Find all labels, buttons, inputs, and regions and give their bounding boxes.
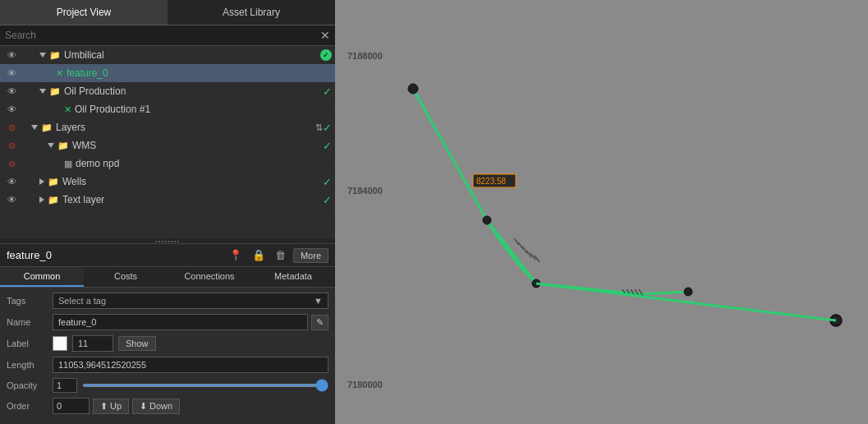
label-value: Show: [53, 335, 328, 352]
prop-tab-connections[interactable]: Connections: [168, 267, 251, 287]
check-icon: ✓: [320, 49, 332, 61]
label-input[interactable]: [72, 335, 113, 352]
color-picker[interactable]: [53, 336, 67, 351]
tree-area: 👁 📁 Umbilical ✓ 👁 ✕ feature_0 👁: [0, 46, 335, 238]
tree-item-wells[interactable]: 👁 📁 Wells ✓: [0, 173, 335, 191]
tags-select[interactable]: Select a tag ▼: [53, 293, 328, 309]
delete-icon[interactable]: 🗑: [273, 247, 288, 263]
eye-icon-wms[interactable]: ⊘: [3, 141, 20, 151]
eye-icon-feature0[interactable]: 👁: [3, 68, 20, 78]
eye-icon-wells[interactable]: 👁: [3, 177, 20, 187]
folder-icon: 📁: [48, 195, 59, 205]
expand-icon: [39, 89, 46, 94]
tags-row: Tags Select a tag ▼: [7, 293, 328, 309]
eye-icon-demo[interactable]: ⊘: [3, 159, 20, 169]
tree-item-label: feature_0: [67, 67, 108, 79]
tree-item-layers[interactable]: ⊘ 📁 Layers ⇅ ✓: [0, 118, 335, 136]
order-controls: ⬆ Up ⬇ Down: [53, 398, 328, 414]
opacity-label: Opacity: [7, 380, 53, 390]
name-value: ✎: [53, 314, 328, 330]
sort-icon: ⇅: [315, 122, 323, 133]
grid-label-7180000: 7180000: [347, 380, 383, 389]
grid-label-7188000: 7188000: [347, 51, 383, 61]
eye-icon-oil1[interactable]: 👁: [3, 104, 20, 114]
search-input[interactable]: [5, 30, 320, 41]
search-bar: ✕: [0, 25, 335, 46]
grid-label-7184000: 7184000: [347, 186, 383, 196]
opacity-value: [53, 378, 328, 393]
folder-icon: 📁: [57, 141, 69, 151]
expand-icon: [48, 143, 54, 148]
up-arrow-icon: ⬆: [100, 401, 108, 412]
length-input[interactable]: [53, 357, 328, 373]
tree-item-label: demo npd: [76, 158, 119, 169]
check-icon: ✓: [323, 85, 332, 98]
main-tabs: Project View Asset Library: [0, 0, 335, 25]
check-icon: ✓: [323, 140, 332, 152]
tags-value: Select a tag ▼: [53, 293, 328, 309]
down-button[interactable]: ⬇ Down: [132, 399, 180, 414]
up-label: Up: [110, 401, 122, 411]
properties-panel: feature_0 📍 🔒 🗑 More Common Costs Connec…: [0, 243, 335, 424]
tree-item-label: Oil Production: [64, 85, 126, 97]
opacity-slider-row: [53, 378, 328, 393]
name-edit-button[interactable]: ✎: [311, 315, 328, 330]
eye-icon-text[interactable]: 👁: [3, 195, 20, 205]
order-row: Order ⬆ Up ⬇ Down: [7, 398, 328, 414]
tree-item-label: WMS: [72, 140, 96, 151]
order-value: ⬆ Up ⬇ Down: [53, 398, 328, 414]
svg-point-16: [684, 288, 692, 296]
order-label: Order: [7, 401, 53, 411]
prop-tab-metadata[interactable]: Metadata: [251, 267, 335, 287]
svg-rect-1: [335, 0, 868, 424]
feature-icon: ✕: [64, 104, 71, 115]
tree-item-label: Umbilical: [64, 49, 104, 61]
tree-item-oil-prod[interactable]: 👁 📁 Oil Production ✓: [0, 82, 335, 100]
expand-icon: [39, 196, 44, 203]
prop-tab-common[interactable]: Common: [0, 267, 84, 287]
show-button[interactable]: Show: [118, 336, 156, 351]
tree-item-text-layer[interactable]: 👁 📁 Text layer ✓: [0, 191, 335, 209]
tree-item-label: Wells: [62, 176, 86, 187]
properties-title: feature_0: [7, 249, 222, 261]
layer-icon: ▦: [64, 159, 72, 169]
check-icon: ✓: [323, 122, 332, 134]
expand-icon: [31, 125, 38, 130]
tree-item-feature0[interactable]: 👁 ✕ feature_0: [0, 64, 335, 82]
left-panel: Project View Asset Library ✕ 👁 📁 Umbilic…: [0, 0, 335, 424]
tree-item-wms[interactable]: ⊘ 📁 WMS ✓: [0, 136, 335, 154]
eye-icon-oil[interactable]: 👁: [3, 86, 20, 96]
down-arrow-icon: ⬇: [140, 401, 147, 412]
order-input[interactable]: [53, 398, 90, 414]
expand-icon: [39, 178, 44, 185]
up-button[interactable]: ⬆ Up: [93, 399, 129, 414]
check-icon: ✓: [323, 176, 332, 188]
eye-icon-umbilical[interactable]: 👁: [3, 50, 20, 60]
eye-icon-layers[interactable]: ⊘: [3, 122, 20, 133]
map-area[interactable]: 7188000 7184000 7180000 8223.58: [335, 0, 868, 424]
close-icon[interactable]: ✕: [320, 29, 330, 42]
name-label: Name: [7, 317, 53, 327]
pin-icon[interactable]: 📍: [227, 247, 245, 263]
tab-project-view[interactable]: Project View: [0, 0, 168, 25]
length-row: Length: [7, 357, 328, 373]
prop-tab-costs[interactable]: Costs: [84, 267, 168, 287]
lock-icon[interactable]: 🔒: [250, 247, 268, 263]
opacity-slider[interactable]: [82, 384, 328, 387]
folder-icon: 📁: [49, 50, 61, 61]
tree-item-demo-npd[interactable]: ⊘ ▦ demo npd: [0, 154, 335, 173]
down-label: Down: [149, 401, 172, 411]
name-input[interactable]: [53, 314, 308, 330]
more-button[interactable]: More: [293, 248, 328, 263]
svg-point-14: [483, 216, 491, 224]
svg-point-13: [408, 84, 418, 94]
length-value: [53, 357, 328, 373]
tree-item-label: Layers: [56, 122, 85, 133]
folder-icon: 📁: [49, 86, 61, 97]
tree-item-oil-prod-1[interactable]: 👁 ✕ Oil Production #1: [0, 100, 335, 118]
tab-asset-library[interactable]: Asset Library: [168, 0, 335, 25]
tree-item-umbilical[interactable]: 👁 📁 Umbilical ✓: [0, 46, 335, 64]
opacity-input[interactable]: [53, 378, 77, 393]
opacity-row: Opacity: [7, 378, 328, 393]
map-svg: 7188000 7184000 7180000 8223.58: [335, 0, 868, 424]
